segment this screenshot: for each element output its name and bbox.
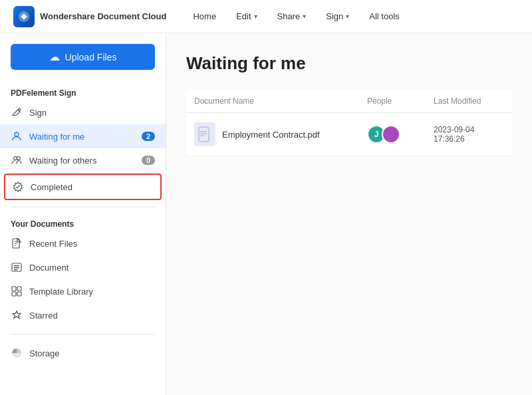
completed-highlight-box: Completed (4, 174, 162, 200)
page-title: Waiting for me (186, 53, 512, 74)
table-body: Employment Contract.pdf J 2023-09-04 17:… (186, 113, 512, 156)
sidebar-item-storage[interactable]: Storage (0, 341, 166, 365)
table-row[interactable]: Employment Contract.pdf J 2023-09-04 17:… (186, 113, 512, 156)
col-header-name: Document Name (186, 90, 359, 113)
svg-point-4 (17, 157, 21, 160)
sidebar-item-recent-files[interactable]: Recent Files (0, 231, 166, 255)
col-header-modified: Last Modified (426, 90, 512, 113)
svg-rect-11 (17, 287, 21, 291)
starred-icon (11, 309, 23, 321)
sidebar-divider-1 (11, 207, 155, 207)
edit-chevron: ▾ (254, 13, 257, 20)
sidebar-item-waiting-for-me[interactable]: Waiting for me 2 (0, 124, 166, 148)
storage-label: Storage (29, 348, 60, 358)
sidebar: ☁ Upload Files PDFelement Sign Sign W (0, 33, 166, 395)
completed-icon (12, 181, 24, 193)
svg-point-2 (15, 132, 19, 136)
recent-files-icon (11, 237, 23, 249)
pdfsign-section-title: PDFelement Sign (0, 83, 166, 100)
logo-icon (13, 6, 35, 27)
sidebar-item-waiting-for-others[interactable]: Waiting for others 0 (0, 148, 166, 172)
sidebar-item-completed[interactable]: Completed (5, 175, 160, 199)
nav-links: Home Edit ▾ Share ▾ Sign ▾ All tools (193, 11, 399, 21)
svg-rect-9 (14, 269, 17, 271)
sidebar-item-sign[interactable]: Sign (0, 100, 166, 124)
modified-cell: 2023-09-04 17:36:26 (426, 113, 512, 156)
share-chevron: ▾ (303, 13, 306, 20)
waiting-for-me-label: Waiting for me (29, 132, 135, 142)
svg-rect-10 (12, 287, 16, 291)
logo-text: Wondershare Document Cloud (40, 11, 166, 21)
sign-label: Sign (29, 108, 155, 118)
people-cell: J (359, 113, 426, 156)
svg-rect-14 (199, 127, 209, 142)
sign-icon (11, 106, 23, 118)
top-nav: Wondershare Document Cloud Home Edit ▾ S… (0, 0, 532, 33)
recent-files-label: Recent Files (29, 239, 155, 249)
main-content: Waiting for me Document Name People Last… (166, 33, 532, 395)
sidebar-item-template-library[interactable]: Template Library (0, 279, 166, 303)
main-layout: ☁ Upload Files PDFelement Sign Sign W (0, 33, 532, 395)
svg-rect-13 (17, 292, 21, 296)
nav-home[interactable]: Home (193, 11, 216, 21)
template-library-icon (11, 285, 23, 297)
svg-point-3 (14, 157, 17, 160)
nav-edit[interactable]: Edit ▾ (236, 11, 257, 21)
nav-share[interactable]: Share ▾ (277, 11, 307, 21)
doc-file-icon (194, 122, 215, 146)
upload-button[interactable]: ☁ Upload Files (11, 44, 155, 70)
upload-button-label: Upload Files (65, 52, 117, 63)
storage-icon (11, 347, 23, 359)
svg-rect-8 (14, 267, 19, 269)
svg-rect-7 (14, 265, 19, 267)
document-icon (11, 261, 23, 273)
sidebar-divider-2 (11, 334, 155, 334)
table-header: Document Name People Last Modified (186, 90, 512, 113)
avatar-2 (382, 125, 400, 144)
your-docs-section-title: Your Documents (0, 214, 166, 231)
nav-all-tools[interactable]: All tools (369, 11, 400, 21)
doc-name-text: Employment Contract.pdf (222, 130, 320, 140)
completed-label: Completed (31, 182, 154, 192)
waiting-for-others-icon (11, 154, 23, 166)
sign-chevron: ▾ (346, 13, 349, 20)
sidebar-item-starred[interactable]: Starred (0, 303, 166, 327)
waiting-for-me-icon (11, 130, 23, 142)
svg-point-1 (22, 15, 26, 19)
waiting-for-others-label: Waiting for others (29, 156, 135, 166)
col-header-people: People (359, 90, 426, 113)
svg-rect-12 (12, 292, 16, 296)
template-library-label: Template Library (29, 287, 155, 297)
upload-icon: ☁ (49, 51, 60, 63)
nav-sign[interactable]: Sign ▾ (326, 11, 349, 21)
waiting-for-me-badge: 2 (142, 132, 155, 141)
doc-name-cell: Employment Contract.pdf (186, 113, 359, 156)
starred-label: Starred (29, 311, 155, 321)
logo: Wondershare Document Cloud (13, 6, 166, 27)
document-table: Document Name People Last Modified (186, 90, 512, 156)
sidebar-item-document[interactable]: Document (0, 255, 166, 279)
waiting-for-others-badge: 0 (142, 156, 155, 165)
document-label: Document (29, 263, 155, 273)
